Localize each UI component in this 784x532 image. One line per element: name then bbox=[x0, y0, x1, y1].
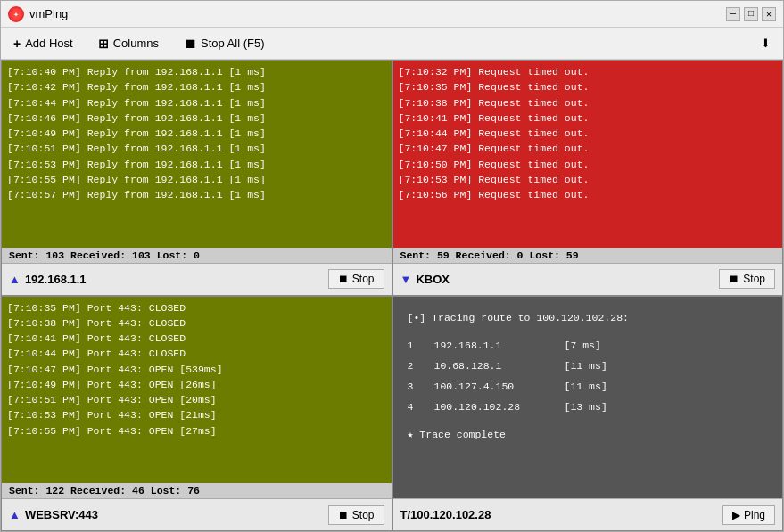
log-line: [7:10:44 PM] Reply from 192.168.1.1 [1 m… bbox=[7, 95, 386, 110]
panel-top-left-arrow: ▲ bbox=[9, 273, 21, 286]
app-title: vmPing bbox=[29, 7, 68, 20]
stop-all-label: Stop All (F5) bbox=[201, 37, 265, 50]
panel-top-right-footer: ▼ KBOX ⏹ Stop bbox=[393, 263, 783, 295]
panel-top-left-log[interactable]: [7:10:40 PM] Reply from 192.168.1.1 [1 m… bbox=[2, 61, 392, 248]
toolbar: + Add Host ⊞ Columns ⏹ Stop All (F5) ⬇ bbox=[1, 28, 783, 60]
title-bar: ✦ vmPing — □ ✕ bbox=[1, 1, 783, 28]
panel-bottom-left-log[interactable]: [7:10:35 PM] Port 443: CLOSED[7:10:38 PM… bbox=[2, 297, 392, 484]
trace-row: 3 100.127.4.150 [11 ms] bbox=[408, 376, 769, 397]
stop-icon-bl: ⏹ bbox=[338, 509, 349, 521]
log-line: [7:10:51 PM] Reply from 192.168.1.1 [1 m… bbox=[7, 141, 386, 156]
log-line: [7:10:56 PM] Request timed out. bbox=[399, 187, 778, 202]
app-icon: ✦ bbox=[8, 6, 24, 22]
log-line: [7:10:53 PM] Port 443: OPEN [21ms] bbox=[7, 407, 386, 422]
log-line: [7:10:40 PM] Reply from 192.168.1.1 [1 m… bbox=[7, 64, 386, 79]
trace-header: [•] Tracing route to 100.120.102.28: bbox=[408, 307, 769, 328]
trace-content: [•] Tracing route to 100.120.102.28: 1 1… bbox=[399, 300, 778, 452]
minimize-button[interactable]: — bbox=[726, 7, 740, 21]
panel-bottom-right-log: [•] Tracing route to 100.120.102.28: 1 1… bbox=[393, 297, 783, 499]
trace-ms: [11 ms] bbox=[565, 376, 607, 397]
log-line: [7:10:49 PM] Port 443: OPEN [26ms] bbox=[7, 377, 386, 392]
maximize-button[interactable]: □ bbox=[744, 7, 758, 21]
stop-icon-tl: ⏹ bbox=[338, 273, 349, 285]
panel-top-right-arrow: ▼ bbox=[400, 273, 412, 286]
panel-top-right-status: Sent: 59 Received: 0 Lost: 59 bbox=[393, 248, 783, 263]
trace-row: 4 100.120.102.28 [13 ms] bbox=[408, 397, 769, 417]
trace-ip: 100.120.102.28 bbox=[434, 397, 550, 417]
trace-ms: [11 ms] bbox=[565, 356, 607, 376]
panel-top-left-title: ▲ 192.168.1.1 bbox=[9, 273, 87, 286]
panel-top-left-host: 192.168.1.1 bbox=[25, 273, 87, 286]
trace-num: 2 bbox=[408, 356, 420, 376]
log-line: [7:10:32 PM] Request timed out. bbox=[399, 64, 778, 79]
panel-bottom-left-footer: ▲ WEBSRV:443 ⏹ Stop bbox=[2, 498, 392, 530]
ping-label: Ping bbox=[744, 509, 765, 521]
window-controls: — □ ✕ bbox=[726, 7, 776, 21]
log-line: [7:10:44 PM] Port 443: CLOSED bbox=[7, 346, 386, 361]
stop-label-bl: Stop bbox=[352, 509, 375, 521]
panel-bottom-right-ping-button[interactable]: ▶ Ping bbox=[722, 505, 775, 525]
menu-icon: ⬇ bbox=[761, 37, 771, 50]
stop-all-icon: ⏹ bbox=[184, 37, 196, 51]
trace-ip: 100.127.4.150 bbox=[434, 376, 550, 397]
panel-top-right-stop-button[interactable]: ⏹ Stop bbox=[719, 269, 775, 289]
panel-bottom-left-host: WEBSRV:443 bbox=[25, 508, 98, 521]
panel-bottom-left-stop-button[interactable]: ⏹ Stop bbox=[328, 505, 384, 525]
trace-ms: [13 ms] bbox=[565, 397, 607, 417]
log-line: [7:10:42 PM] Reply from 192.168.1.1 [1 m… bbox=[7, 79, 386, 94]
stop-all-button[interactable]: ⏹ Stop All (F5) bbox=[180, 35, 268, 53]
panel-top-right: [7:10:32 PM] Request timed out.[7:10:35 … bbox=[392, 60, 784, 296]
log-line: [7:10:53 PM] Request timed out. bbox=[399, 172, 778, 187]
log-line: [7:10:35 PM] Port 443: CLOSED bbox=[7, 300, 386, 315]
log-line: [7:10:44 PM] Request timed out. bbox=[399, 126, 778, 141]
panel-bottom-left-status: Sent: 122 Received: 46 Lost: 76 bbox=[2, 483, 392, 498]
columns-button[interactable]: ⊞ Columns bbox=[95, 35, 162, 53]
panel-top-left-status: Sent: 103 Received: 103 Lost: 0 bbox=[2, 248, 392, 263]
log-line: [7:10:53 PM] Reply from 192.168.1.1 [1 m… bbox=[7, 157, 386, 172]
trace-ip: 192.168.1.1 bbox=[434, 335, 550, 356]
panel-top-left: [7:10:40 PM] Reply from 192.168.1.1 [1 m… bbox=[1, 60, 392, 296]
panel-top-left-footer: ▲ 192.168.1.1 ⏹ Stop bbox=[2, 263, 392, 295]
stop-label-tl: Stop bbox=[352, 273, 375, 285]
columns-label: Columns bbox=[113, 37, 159, 50]
log-line: [7:10:41 PM] Port 443: CLOSED bbox=[7, 331, 386, 346]
add-host-button[interactable]: + Add Host bbox=[10, 35, 77, 53]
panel-bottom-right-title: T/100.120.102.28 bbox=[400, 508, 491, 521]
menu-button[interactable]: ⬇ bbox=[757, 35, 774, 52]
panel-top-left-stop-button[interactable]: ⏹ Stop bbox=[328, 269, 384, 289]
log-line: [7:10:49 PM] Reply from 192.168.1.1 [1 m… bbox=[7, 126, 386, 141]
log-line: [7:10:41 PM] Request timed out. bbox=[399, 110, 778, 126]
log-line: [7:10:55 PM] Reply from 192.168.1.1 [1 m… bbox=[7, 172, 386, 187]
log-line: [7:10:38 PM] Request timed out. bbox=[399, 95, 778, 110]
trace-row: 2 10.68.128.1 [11 ms] bbox=[408, 356, 769, 376]
trace-ip: 10.68.128.1 bbox=[434, 356, 550, 376]
plus-icon: + bbox=[13, 37, 21, 51]
stop-icon-tr: ⏹ bbox=[729, 273, 739, 285]
panel-bottom-right-footer: T/100.120.102.28 ▶ Ping bbox=[393, 498, 783, 530]
log-line: [7:10:38 PM] Port 443: CLOSED bbox=[7, 315, 386, 331]
panel-top-right-host: KBOX bbox=[416, 273, 450, 286]
panel-bottom-left: [7:10:35 PM] Port 443: CLOSED[7:10:38 PM… bbox=[1, 296, 392, 532]
toolbar-right: ⬇ bbox=[757, 35, 774, 52]
panel-bottom-right: [•] Tracing route to 100.120.102.28: 1 1… bbox=[392, 296, 784, 532]
panel-bottom-right-host: T/100.120.102.28 bbox=[400, 508, 491, 521]
add-host-label: Add Host bbox=[25, 37, 72, 50]
trace-num: 4 bbox=[408, 397, 420, 417]
panel-top-right-log[interactable]: [7:10:32 PM] Request timed out.[7:10:35 … bbox=[393, 61, 783, 248]
log-line: [7:10:35 PM] Request timed out. bbox=[399, 79, 778, 94]
trace-num: 1 bbox=[408, 335, 420, 356]
panel-top-right-title: ▼ KBOX bbox=[400, 273, 450, 286]
trace-rows: 1 192.168.1.1 [7 ms] 2 10.68.128.1 [11 m… bbox=[408, 335, 769, 417]
log-line: [7:10:46 PM] Reply from 192.168.1.1 [1 m… bbox=[7, 110, 386, 126]
main-window: ✦ vmPing — □ ✕ + Add Host ⊞ Columns ⏹ St… bbox=[0, 0, 784, 532]
panels-container: [7:10:40 PM] Reply from 192.168.1.1 [1 m… bbox=[1, 60, 783, 531]
log-line: [7:10:51 PM] Port 443: OPEN [20ms] bbox=[7, 392, 386, 407]
panel-bottom-left-title: ▲ WEBSRV:443 bbox=[9, 508, 98, 521]
panel-bottom-left-arrow: ▲ bbox=[9, 508, 21, 521]
log-line: [7:10:57 PM] Reply from 192.168.1.1 [1 m… bbox=[7, 187, 386, 202]
log-line: [7:10:55 PM] Port 443: OPEN [27ms] bbox=[7, 423, 386, 438]
play-icon: ▶ bbox=[732, 509, 740, 521]
trace-num: 3 bbox=[408, 376, 420, 397]
stop-label-tr: Stop bbox=[743, 273, 765, 285]
close-button[interactable]: ✕ bbox=[762, 7, 776, 21]
